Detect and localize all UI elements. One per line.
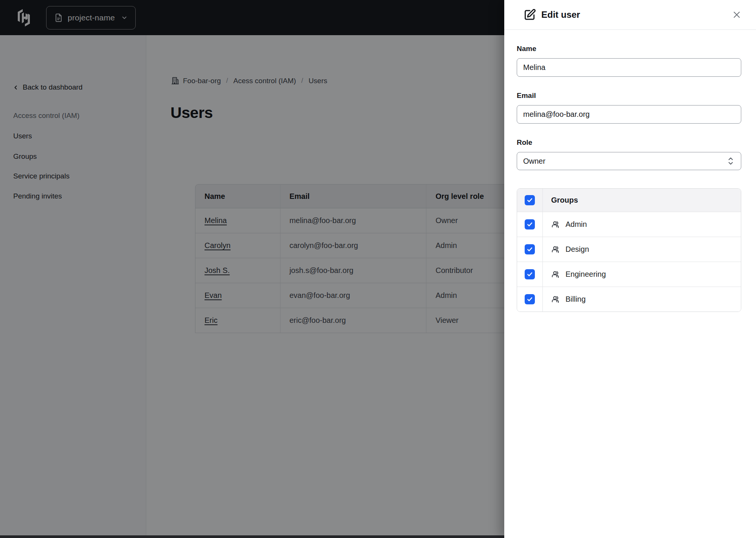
user-group-icon xyxy=(551,270,560,279)
group-row-admin: Admin xyxy=(517,212,741,237)
group-label: Billing xyxy=(565,295,586,304)
groups-header-label: Groups xyxy=(551,196,578,205)
group-label: Admin xyxy=(565,220,587,229)
group-label: Engineering xyxy=(565,270,606,279)
checkmark-icon xyxy=(527,271,533,278)
edit-user-drawer: Edit user Name Email Role Owner xyxy=(504,0,756,538)
group-checkbox-design[interactable] xyxy=(525,244,535,254)
edit-icon xyxy=(523,8,537,22)
groups-selection-table: Groups Admin xyxy=(517,188,741,312)
user-group-icon xyxy=(551,245,560,254)
group-row-design: Design xyxy=(517,237,741,262)
drawer-header: Edit user xyxy=(504,0,756,30)
group-checkbox-admin[interactable] xyxy=(525,219,535,229)
drawer-title: Edit user xyxy=(541,9,580,20)
email-field-label: Email xyxy=(517,91,741,100)
groups-header-row: Groups xyxy=(517,189,741,212)
group-row-engineering: Engineering xyxy=(517,262,741,287)
user-group-icon xyxy=(551,220,560,229)
role-selected-value: Owner xyxy=(523,157,545,166)
checkmark-icon xyxy=(527,296,533,302)
group-row-billing: Billing xyxy=(517,287,741,312)
name-field-label: Name xyxy=(517,45,741,53)
checkmark-icon xyxy=(527,221,533,228)
select-all-groups-checkbox[interactable] xyxy=(525,195,535,205)
checkmark-icon xyxy=(527,197,533,203)
name-field[interactable] xyxy=(517,58,741,77)
role-field-label: Role xyxy=(517,138,741,147)
group-checkbox-billing[interactable] xyxy=(525,294,535,304)
drawer-body: Name Email Role Owner Groups xyxy=(504,30,756,312)
close-icon[interactable] xyxy=(731,9,742,20)
select-stepper-icon xyxy=(727,156,735,166)
checkmark-icon xyxy=(527,246,533,253)
screen: project-name Back to dashboard Access co… xyxy=(0,0,756,538)
role-select[interactable]: Owner xyxy=(517,152,741,170)
user-group-icon xyxy=(551,295,560,304)
group-label: Design xyxy=(565,245,589,254)
group-checkbox-engineering[interactable] xyxy=(525,269,535,279)
email-field[interactable] xyxy=(517,105,741,124)
